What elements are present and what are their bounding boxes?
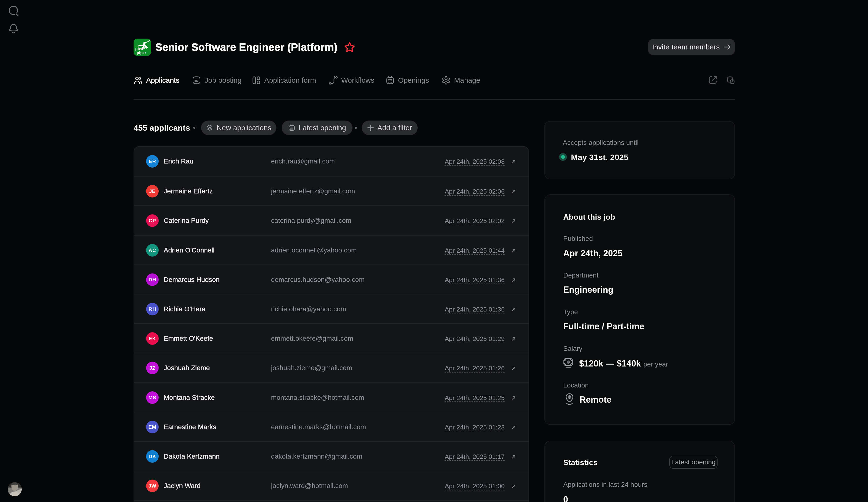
svg-text:piper: piper <box>137 50 146 55</box>
